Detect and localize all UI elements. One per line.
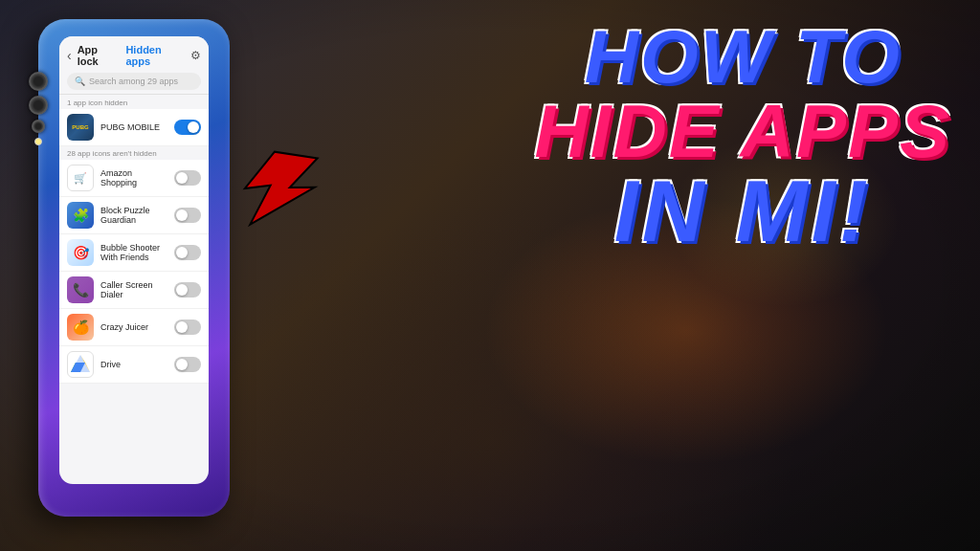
camera-module xyxy=(25,72,52,145)
camera-lens-1 xyxy=(29,72,48,91)
hidden-apps-tab[interactable]: Hidden apps xyxy=(125,44,187,67)
caller-icon: 📞 xyxy=(67,276,94,303)
toggle-knob-block-puzzle xyxy=(176,209,188,221)
toggle-knob-bubble xyxy=(176,247,188,258)
amazon-icon: 🛒 xyxy=(67,165,94,191)
app-lock-title: App lock xyxy=(78,44,121,67)
list-item: 🧩 Block Puzzle Guardian xyxy=(59,197,209,234)
list-item: 🍊 Crazy Juicer xyxy=(59,309,209,346)
list-item: 🛒 Amazon Shopping xyxy=(59,160,209,197)
app-name-caller: Caller Screen Dialer xyxy=(100,280,167,299)
drive-svg xyxy=(69,353,92,376)
title-text-container: HOW TO HIDE APPS IN MI! xyxy=(534,19,951,254)
settings-icon[interactable]: ⚙ xyxy=(190,49,201,62)
app-name-block-puzzle: Block Puzzle Guardian xyxy=(100,206,167,225)
drive-icon xyxy=(67,351,94,378)
toggle-pubg[interactable] xyxy=(174,120,201,135)
block-puzzle-icon: 🧩 xyxy=(67,202,94,229)
screen-nav: ‹ App lock Hidden apps ⚙ xyxy=(67,44,201,67)
pubg-icon: PUBG xyxy=(67,114,94,141)
pubg-inner: PUBG xyxy=(72,124,88,130)
app-name-amazon: Amazon Shopping xyxy=(100,168,167,187)
section-not-hidden-label: 28 app icons aren't hidden xyxy=(59,146,209,160)
search-icon: 🔍 xyxy=(75,77,85,86)
app-name-pubg: PUBG MOBILE xyxy=(100,122,167,132)
search-bar[interactable]: 🔍 Search among 29 apps xyxy=(67,73,201,90)
svg-marker-4 xyxy=(236,143,323,238)
toggle-drive[interactable] xyxy=(174,357,201,372)
bubble-inner: 🎯 xyxy=(73,245,89,260)
app-name-crazy: Crazy Juicer xyxy=(100,322,167,332)
list-item: PUBG PUBG MOBILE xyxy=(59,109,209,146)
camera-flash xyxy=(34,138,42,145)
app-name-bubble: Bubble Shooter With Friends xyxy=(100,243,167,262)
section-hidden-label: 1 app icon hidden xyxy=(59,95,209,109)
list-item: 📞 Caller Screen Dialer xyxy=(59,272,209,309)
app-name-drive: Drive xyxy=(100,360,167,369)
crazy-icon: 🍊 xyxy=(67,314,94,341)
toggle-knob-drive xyxy=(176,359,188,370)
toggle-knob-pubg xyxy=(188,121,199,133)
amazon-inner: 🛒 xyxy=(74,172,87,185)
toggle-crazy[interactable] xyxy=(174,320,201,335)
toggle-knob-crazy xyxy=(176,321,188,333)
toggle-caller[interactable] xyxy=(174,282,201,298)
search-placeholder: Search among 29 apps xyxy=(89,77,178,86)
back-button[interactable]: ‹ xyxy=(67,48,72,63)
toggle-amazon[interactable] xyxy=(174,170,201,186)
caller-inner: 📞 xyxy=(73,282,89,298)
phone-container: Redmi ‹ App lock Hidden apps ⚙ 🔍 Search … xyxy=(29,19,239,536)
list-item: 🎯 Bubble Shooter With Friends xyxy=(59,234,209,272)
camera-lens-2 xyxy=(29,96,48,115)
crazy-inner: 🍊 xyxy=(73,320,89,335)
phone-body: Redmi ‹ App lock Hidden apps ⚙ 🔍 Search … xyxy=(38,19,230,517)
hide-apps-text: HIDE APPS xyxy=(534,94,951,168)
phone-screen: ‹ App lock Hidden apps ⚙ 🔍 Search among … xyxy=(59,36,209,484)
toggle-knob-amazon xyxy=(176,172,188,184)
block-puzzle-inner: 🧩 xyxy=(73,208,89,223)
toggle-block-puzzle[interactable] xyxy=(174,208,201,223)
how-to-text: HOW TO xyxy=(534,19,951,94)
list-item: Drive xyxy=(59,346,209,384)
toggle-bubble[interactable] xyxy=(174,245,201,260)
in-mi-text: IN MI! xyxy=(534,168,951,254)
screen-header: ‹ App lock Hidden apps ⚙ 🔍 Search among … xyxy=(59,36,209,95)
bubble-icon: 🎯 xyxy=(67,239,94,266)
camera-lens-3 xyxy=(32,120,45,133)
toggle-knob-caller xyxy=(176,284,188,296)
